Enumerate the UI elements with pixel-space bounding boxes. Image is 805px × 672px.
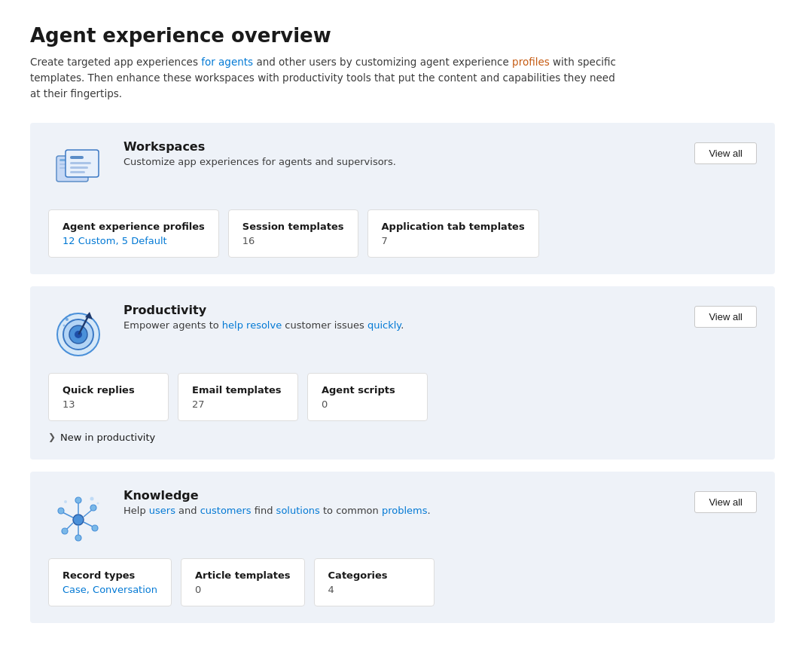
svg-point-28	[92, 525, 98, 531]
workspaces-info: Workspaces Customize app experiences for…	[123, 139, 396, 167]
knowledge-info: Knowledge Help users and customers find …	[123, 488, 431, 516]
productivity-left: Productivity Empower agents to help reso…	[48, 303, 404, 359]
users-link[interactable]: users	[149, 505, 175, 516]
workspaces-subtitle: Customize app experiences for agents and…	[123, 156, 396, 167]
problems-link[interactable]: problems	[382, 505, 428, 516]
svg-point-17	[69, 313, 71, 316]
productivity-view-all-button[interactable]: View all	[694, 306, 757, 328]
svg-point-32	[96, 502, 99, 504]
tile-record-types[interactable]: Record types Case, Conversation	[48, 558, 172, 606]
tile-value: 12 Custom, 5 Default	[63, 235, 205, 246]
desc-link-profiles[interactable]: profiles	[512, 56, 550, 68]
svg-rect-6	[70, 162, 91, 164]
tile-value: 0	[322, 399, 413, 410]
svg-point-27	[58, 508, 64, 514]
svg-point-16	[63, 324, 65, 326]
desc-link-agents[interactable]: for agents	[201, 56, 253, 68]
knowledge-section: Knowledge Help users and customers find …	[30, 472, 775, 623]
tile-label: Categories	[328, 570, 420, 581]
productivity-icon	[48, 303, 108, 359]
productivity-header: Productivity Empower agents to help reso…	[48, 303, 757, 359]
productivity-tiles: Quick replies 13 Email templates 27 Agen…	[48, 373, 757, 421]
tile-application-tab-templates[interactable]: Application tab templates 7	[367, 209, 539, 258]
tile-value: 16	[242, 235, 344, 246]
productivity-info: Productivity Empower agents to help reso…	[123, 303, 404, 331]
new-in-productivity-label: New in productivity	[60, 432, 155, 443]
tile-categories[interactable]: Categories 4	[314, 558, 435, 606]
workspaces-section: Workspaces Customize app experiences for…	[30, 123, 775, 274]
workspaces-icon	[48, 139, 108, 196]
knowledge-header: Knowledge Help users and customers find …	[48, 488, 757, 545]
svg-line-21	[63, 512, 73, 518]
tile-label: Agent experience profiles	[63, 221, 205, 232]
workspaces-view-all-button[interactable]: View all	[694, 142, 757, 164]
tile-email-templates[interactable]: Email templates 27	[178, 373, 298, 421]
tile-session-templates[interactable]: Session templates 16	[228, 209, 358, 258]
workspaces-left: Workspaces Customize app experiences for…	[48, 139, 396, 196]
svg-point-15	[66, 318, 69, 321]
page-description: Create targeted app experiences for agen…	[30, 54, 617, 102]
tile-value: 13	[63, 399, 154, 410]
profiles-link[interactable]: 12 Custom, 5 Default	[63, 235, 167, 246]
svg-point-31	[90, 496, 93, 500]
page-title: Agent experience overview	[30, 24, 775, 47]
workspaces-title: Workspaces	[123, 139, 396, 154]
tile-label: Agent scripts	[322, 384, 413, 396]
svg-rect-7	[70, 166, 88, 169]
tile-value: 27	[192, 399, 284, 410]
svg-rect-8	[70, 171, 85, 173]
tile-value: 0	[195, 584, 291, 595]
productivity-subtitle: Empower agents to help resolve customer …	[123, 319, 404, 331]
tile-value: 4	[328, 584, 420, 595]
knowledge-icon	[48, 488, 108, 545]
tile-label: Application tab templates	[382, 221, 525, 232]
tile-value: 7	[382, 235, 525, 246]
knowledge-left: Knowledge Help users and customers find …	[48, 488, 431, 545]
tile-agent-scripts[interactable]: Agent scripts 0	[307, 373, 428, 421]
tile-label: Article templates	[195, 570, 291, 581]
page-container: Agent experience overview Create targete…	[0, 0, 805, 672]
tile-label: Session templates	[242, 221, 344, 232]
chevron-right-icon: ❯	[48, 432, 56, 442]
tile-value: Case, Conversation	[63, 584, 157, 595]
productivity-title: Productivity	[123, 303, 404, 317]
customers-link[interactable]: customers	[200, 505, 252, 516]
svg-point-18	[73, 515, 84, 525]
tile-article-templates[interactable]: Article templates 0	[181, 558, 305, 606]
svg-point-26	[75, 535, 81, 541]
svg-rect-5	[70, 156, 84, 159]
svg-point-29	[90, 505, 96, 511]
tile-label: Quick replies	[63, 384, 154, 396]
tile-label: Record types	[63, 570, 157, 581]
new-in-productivity-link[interactable]: ❯ New in productivity	[48, 432, 757, 443]
solutions-link[interactable]: solutions	[276, 505, 320, 516]
record-types-link[interactable]: Case, Conversation	[63, 584, 157, 595]
quickly-link[interactable]: quickly	[367, 319, 401, 331]
knowledge-subtitle: Help users and customers find solutions …	[123, 505, 431, 516]
tile-quick-replies[interactable]: Quick replies 13	[48, 373, 169, 421]
knowledge-tiles: Record types Case, Conversation Article …	[48, 558, 757, 606]
workspaces-tiles: Agent experience profiles 12 Custom, 5 D…	[48, 209, 757, 258]
svg-point-30	[62, 528, 68, 534]
svg-point-25	[75, 497, 81, 503]
knowledge-title: Knowledge	[123, 488, 431, 502]
svg-point-33	[64, 500, 67, 503]
workspaces-header: Workspaces Customize app experiences for…	[48, 139, 757, 196]
help-resolve-link[interactable]: help resolve	[222, 319, 282, 331]
tile-agent-experience-profiles[interactable]: Agent experience profiles 12 Custom, 5 D…	[48, 209, 219, 258]
tile-label: Email templates	[192, 384, 284, 396]
productivity-section: Productivity Empower agents to help reso…	[30, 286, 775, 460]
knowledge-view-all-button[interactable]: View all	[694, 491, 757, 513]
